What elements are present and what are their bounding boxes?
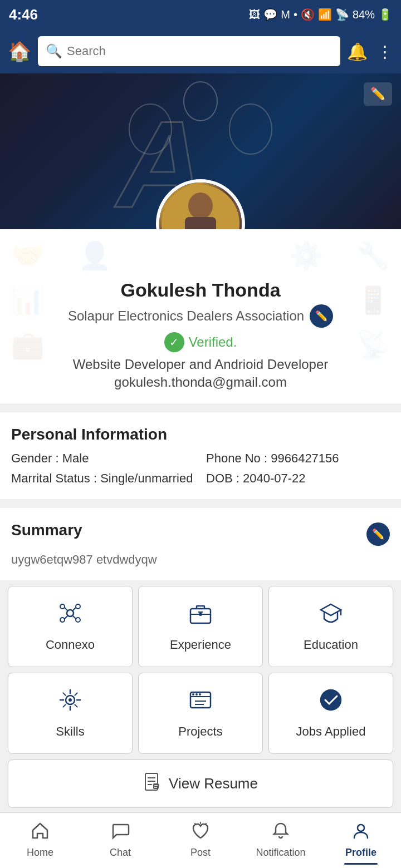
message-icon: 💬 <box>263 8 277 21</box>
svg-point-29 <box>192 693 194 696</box>
notification-nav-label: Notification <box>256 847 305 859</box>
svg-point-21 <box>199 613 202 616</box>
marital-value: Single/unmarried <box>100 471 193 485</box>
view-resume-section: View Resume <box>0 760 401 817</box>
search-input[interactable] <box>67 44 332 58</box>
chat-nav-icon <box>111 821 130 845</box>
resume-icon <box>143 772 162 795</box>
projects-icon <box>188 688 213 718</box>
status-icons: 🖼 💬 M • 🔇 📶 📡 84% 🔋 <box>249 8 392 21</box>
verified-badge: ✓ Verified. <box>0 332 401 352</box>
experience-icon <box>188 601 213 631</box>
view-resume-button[interactable]: View Resume <box>8 760 393 808</box>
nav-notification[interactable]: Notification <box>241 813 321 868</box>
jobs-applied-label: Jobs Applied <box>296 724 366 739</box>
mute-icon: 🔇 <box>301 8 315 21</box>
profile-info-section: 🤝 👤 ⚙️ 🔧 📊 📱 💼 📡 Gokulesh Thonda Solapur… <box>0 229 401 403</box>
summary-title: Summary <box>11 521 82 539</box>
battery-icon: 🔋 <box>378 8 392 21</box>
wifi-icon: 📶 <box>318 8 332 21</box>
nav-home[interactable]: Home <box>0 813 80 868</box>
card-experience[interactable]: Experience <box>138 586 263 667</box>
skills-label: Skills <box>56 724 84 739</box>
post-nav-icon <box>191 821 210 845</box>
verified-text: Verified. <box>189 334 237 350</box>
verified-icon: ✓ <box>164 332 184 352</box>
dob-field: DOB : 2040-07-22 <box>206 471 390 486</box>
profile-email: gokulesh.thonda@gmail.com <box>0 374 401 390</box>
search-icon: 🔍 <box>46 43 62 59</box>
svg-point-10 <box>60 604 65 609</box>
notification-nav-icon <box>271 821 290 845</box>
profile-title: Website Developer and Andrioid Developer <box>0 357 401 372</box>
jobs-applied-icon <box>319 688 343 718</box>
signal-icon: 📡 <box>335 8 349 21</box>
summary-content: uygw6etqw987 etvdwdyqw <box>11 553 390 567</box>
education-label: Education <box>304 638 358 652</box>
status-time: 4:46 <box>9 6 38 23</box>
profile-nav-indicator <box>344 863 378 865</box>
connexo-icon <box>58 601 82 631</box>
svg-point-30 <box>195 693 198 696</box>
status-bar: 4:46 🖼 💬 M • 🔇 📶 📡 84% 🔋 <box>0 0 401 29</box>
svg-line-15 <box>72 608 76 611</box>
svg-point-2 <box>229 104 272 154</box>
marital-label: Marrital Status : <box>11 471 97 485</box>
personal-info-section: Personal Information Gender : Male Phone… <box>0 412 401 499</box>
svg-line-17 <box>72 615 76 619</box>
personal-info-title: Personal Information <box>11 426 390 443</box>
nav-profile[interactable]: Profile <box>321 813 401 868</box>
nav-post[interactable]: Post <box>160 813 241 868</box>
nav-chat[interactable]: Chat <box>80 813 160 868</box>
svg-rect-6 <box>185 217 216 229</box>
avatar-image <box>159 183 242 229</box>
education-icon <box>319 601 343 631</box>
card-skills[interactable]: Skills <box>8 673 133 754</box>
profile-name: Gokulesh Thonda <box>120 279 280 301</box>
search-box[interactable]: 🔍 <box>38 36 340 66</box>
profile-organization: Solapur Electronics Dealers Association <box>68 308 304 324</box>
home-nav-indicator <box>23 863 57 865</box>
svg-point-12 <box>60 618 65 622</box>
svg-point-5 <box>188 193 213 219</box>
edit-summary-button[interactable]: ✏️ <box>366 522 390 546</box>
card-education[interactable]: Education <box>268 586 393 667</box>
home-nav-icon <box>31 821 50 845</box>
gender-label: Gender : <box>11 451 59 465</box>
svg-point-24 <box>69 698 72 702</box>
phone-field: Phone No : 9966427156 <box>206 451 390 466</box>
connexo-label: Connexo <box>46 638 95 652</box>
top-bar: 🏠 🔍 🔔 ⋮ <box>0 29 401 73</box>
svg-rect-38 <box>153 783 159 789</box>
profile-nav-label: Profile <box>345 847 376 859</box>
profile-name-row: Gokulesh Thonda <box>0 279 401 301</box>
svg-point-13 <box>76 618 80 622</box>
summary-header: Summary ✏️ <box>11 521 390 547</box>
gender-value: Male <box>62 451 89 465</box>
cards-section: Connexo Experience <box>0 580 401 760</box>
post-nav-indicator <box>184 863 217 865</box>
cover-section: A ✏️ <box>0 73 401 229</box>
phone-value: 9966427156 <box>271 451 339 465</box>
svg-point-11 <box>76 604 80 609</box>
marital-field: Marrital Status : Single/unmarried <box>11 471 195 486</box>
notification-nav-indicator <box>264 863 297 865</box>
card-jobs-applied[interactable]: Jobs Applied <box>268 673 393 754</box>
view-resume-label: View Resume <box>169 775 258 792</box>
projects-label: Projects <box>178 724 222 739</box>
home-icon[interactable]: 🏠 <box>8 40 31 62</box>
edit-profile-button[interactable]: ✏️ <box>310 304 333 328</box>
personal-info-grid: Gender : Male Phone No : 9966427156 Marr… <box>11 451 390 486</box>
card-projects[interactable]: Projects <box>138 673 263 754</box>
experience-label: Experience <box>170 638 231 652</box>
cover-edit-button[interactable]: ✏️ <box>364 82 392 106</box>
card-connexo[interactable]: Connexo <box>8 586 133 667</box>
svg-line-14 <box>65 608 68 611</box>
dot-indicator: • <box>294 8 297 21</box>
phone-label: Phone No : <box>206 451 267 465</box>
battery-text: 84% <box>353 8 375 21</box>
notification-bell-icon[interactable]: 🔔 <box>347 42 368 61</box>
email-icon: M <box>281 8 290 21</box>
profile-nav-icon <box>351 821 370 845</box>
more-options-icon[interactable]: ⋮ <box>376 42 393 61</box>
